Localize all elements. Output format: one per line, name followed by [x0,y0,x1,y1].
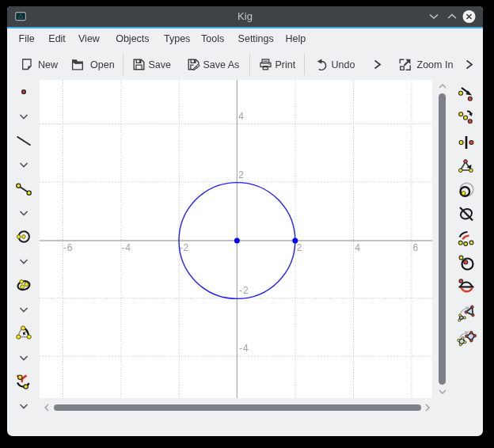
svg-text:-2: -2 [180,242,189,253]
svg-text:2: 2 [238,169,244,180]
svg-text:6: 6 [413,242,419,253]
svg-text:-2: -2 [239,285,249,296]
svg-text:-4: -4 [239,343,249,354]
svg-text:4: 4 [355,242,360,253]
svg-text:2: 2 [297,242,302,253]
svg-text:-4: -4 [121,242,131,253]
svg-text:4: 4 [238,111,244,122]
svg-text:-6: -6 [63,242,73,253]
